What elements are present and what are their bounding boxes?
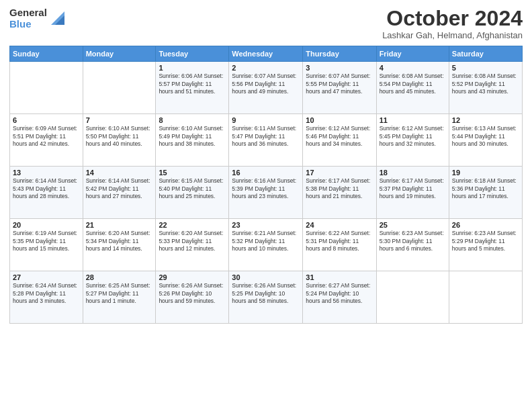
calendar-cell: 10Sunrise: 6:12 AM Sunset: 5:46 PM Dayli… [303,114,376,167]
day-number: 31 [306,273,373,281]
day-number: 7 [86,116,153,124]
calendar-cell [449,271,522,324]
day-info: Sunrise: 6:10 AM Sunset: 5:50 PM Dayligh… [86,125,153,148]
day-info: Sunrise: 6:07 AM Sunset: 5:55 PM Dayligh… [306,73,373,95]
weekday-header-row: SundayMondayTuesdayWednesdayThursdayFrid… [10,46,523,62]
calendar-cell: 13Sunrise: 6:14 AM Sunset: 5:43 PM Dayli… [10,167,83,219]
day-info: Sunrise: 6:23 AM Sunset: 5:30 PM Dayligh… [380,230,446,253]
calendar-cell: 5Sunrise: 6:08 AM Sunset: 5:52 PM Daylig… [449,62,522,114]
day-info: Sunrise: 6:27 AM Sunset: 5:24 PM Dayligh… [306,282,373,305]
day-info: Sunrise: 6:20 AM Sunset: 5:34 PM Dayligh… [86,230,153,253]
day-number: 14 [86,169,153,177]
day-info: Sunrise: 6:22 AM Sunset: 5:31 PM Dayligh… [306,230,373,253]
day-info: Sunrise: 6:18 AM Sunset: 5:36 PM Dayligh… [452,177,519,200]
day-number: 13 [13,169,80,177]
calendar-cell: 26Sunrise: 6:23 AM Sunset: 5:29 PM Dayli… [449,219,522,271]
calendar-cell: 11Sunrise: 6:12 AM Sunset: 5:45 PM Dayli… [376,114,449,167]
calendar-cell: 15Sunrise: 6:15 AM Sunset: 5:40 PM Dayli… [156,167,229,219]
day-info: Sunrise: 6:16 AM Sunset: 5:39 PM Dayligh… [232,177,300,200]
calendar-cell: 3Sunrise: 6:07 AM Sunset: 5:55 PM Daylig… [303,62,376,114]
logo-icon [48,9,67,28]
calendar-cell: 12Sunrise: 6:13 AM Sunset: 5:44 PM Dayli… [449,114,522,167]
calendar-cell [83,62,156,114]
day-info: Sunrise: 6:14 AM Sunset: 5:42 PM Dayligh… [86,177,153,200]
day-number: 27 [13,273,80,281]
day-number: 26 [452,221,519,229]
day-info: Sunrise: 6:17 AM Sunset: 5:38 PM Dayligh… [306,177,373,200]
day-number: 20 [13,221,80,229]
calendar-cell: 17Sunrise: 6:17 AM Sunset: 5:38 PM Dayli… [303,167,376,219]
calendar-cell: 30Sunrise: 6:26 AM Sunset: 5:25 PM Dayli… [229,271,303,324]
day-info: Sunrise: 6:11 AM Sunset: 5:47 PM Dayligh… [232,125,300,148]
calendar-cell: 19Sunrise: 6:18 AM Sunset: 5:36 PM Dayli… [449,167,522,219]
calendar-week-row: 6Sunrise: 6:09 AM Sunset: 5:51 PM Daylig… [10,114,523,167]
day-number: 30 [232,273,300,281]
day-number: 29 [159,273,226,281]
day-info: Sunrise: 6:13 AM Sunset: 5:44 PM Dayligh… [452,125,519,148]
day-number: 21 [86,221,153,229]
day-info: Sunrise: 6:17 AM Sunset: 5:37 PM Dayligh… [380,177,446,200]
day-info: Sunrise: 6:14 AM Sunset: 5:43 PM Dayligh… [13,177,80,200]
day-number: 24 [306,221,373,229]
day-info: Sunrise: 6:24 AM Sunset: 5:28 PM Dayligh… [13,282,80,305]
calendar-cell [10,62,83,114]
day-number: 16 [232,169,300,177]
month-title: October 2024 [382,7,523,30]
calendar-cell: 7Sunrise: 6:10 AM Sunset: 5:50 PM Daylig… [83,114,156,167]
location-subtitle: Lashkar Gah, Helmand, Afghanistan [382,30,523,40]
day-info: Sunrise: 6:15 AM Sunset: 5:40 PM Dayligh… [159,177,226,200]
day-info: Sunrise: 6:12 AM Sunset: 5:45 PM Dayligh… [380,125,446,148]
day-number: 15 [159,169,226,177]
day-info: Sunrise: 6:08 AM Sunset: 5:54 PM Dayligh… [380,73,446,95]
weekday-header-thursday: Thursday [303,46,376,62]
day-info: Sunrise: 6:20 AM Sunset: 5:33 PM Dayligh… [159,230,226,253]
day-number: 18 [380,169,446,177]
day-number: 3 [306,64,373,72]
calendar-cell: 25Sunrise: 6:23 AM Sunset: 5:30 PM Dayli… [376,219,449,271]
calendar-cell: 29Sunrise: 6:26 AM Sunset: 5:26 PM Dayli… [156,271,229,324]
calendar-cell: 22Sunrise: 6:20 AM Sunset: 5:33 PM Dayli… [156,219,229,271]
day-info: Sunrise: 6:26 AM Sunset: 5:26 PM Dayligh… [159,282,226,305]
calendar-cell: 16Sunrise: 6:16 AM Sunset: 5:39 PM Dayli… [229,167,303,219]
day-number: 1 [159,64,226,72]
weekday-header-friday: Friday [376,46,449,62]
calendar-cell: 31Sunrise: 6:27 AM Sunset: 5:24 PM Dayli… [303,271,376,324]
weekday-header-wednesday: Wednesday [229,46,303,62]
calendar-cell: 27Sunrise: 6:24 AM Sunset: 5:28 PM Dayli… [10,271,83,324]
calendar-cell: 21Sunrise: 6:20 AM Sunset: 5:34 PM Dayli… [83,219,156,271]
day-number: 23 [232,221,300,229]
day-number: 25 [380,221,446,229]
day-info: Sunrise: 6:10 AM Sunset: 5:49 PM Dayligh… [159,125,226,148]
day-number: 12 [452,116,519,124]
logo: General Blue [9,7,67,30]
day-info: Sunrise: 6:21 AM Sunset: 5:32 PM Dayligh… [232,230,300,253]
calendar-cell: 4Sunrise: 6:08 AM Sunset: 5:54 PM Daylig… [376,62,449,114]
day-info: Sunrise: 6:08 AM Sunset: 5:52 PM Dayligh… [452,73,519,95]
day-number: 5 [452,64,519,72]
day-number: 19 [452,169,519,177]
day-number: 10 [306,116,373,124]
calendar-page: General Blue October 2024 Lashkar Gah, H… [0,0,532,411]
calendar-cell: 6Sunrise: 6:09 AM Sunset: 5:51 PM Daylig… [10,114,83,167]
title-block: October 2024 Lashkar Gah, Helmand, Afgha… [382,7,523,40]
calendar-cell [376,271,449,324]
day-number: 17 [306,169,373,177]
day-info: Sunrise: 6:07 AM Sunset: 5:56 PM Dayligh… [232,73,300,95]
header: General Blue October 2024 Lashkar Gah, H… [9,7,523,40]
day-number: 4 [380,64,446,72]
day-number: 8 [159,116,226,124]
day-info: Sunrise: 6:26 AM Sunset: 5:25 PM Dayligh… [232,282,300,305]
calendar-cell: 9Sunrise: 6:11 AM Sunset: 5:47 PM Daylig… [229,114,303,167]
day-info: Sunrise: 6:06 AM Sunset: 5:57 PM Dayligh… [159,73,226,95]
day-info: Sunrise: 6:23 AM Sunset: 5:29 PM Dayligh… [452,230,519,253]
day-info: Sunrise: 6:25 AM Sunset: 5:27 PM Dayligh… [86,282,153,305]
logo-line2: Blue [9,18,47,30]
calendar-week-row: 13Sunrise: 6:14 AM Sunset: 5:43 PM Dayli… [10,167,523,219]
calendar-cell: 8Sunrise: 6:10 AM Sunset: 5:49 PM Daylig… [156,114,229,167]
calendar-cell: 23Sunrise: 6:21 AM Sunset: 5:32 PM Dayli… [229,219,303,271]
day-number: 11 [380,116,446,124]
weekday-header-monday: Monday [83,46,156,62]
weekday-header-sunday: Sunday [10,46,83,62]
calendar-week-row: 27Sunrise: 6:24 AM Sunset: 5:28 PM Dayli… [10,271,523,324]
calendar-cell: 28Sunrise: 6:25 AM Sunset: 5:27 PM Dayli… [83,271,156,324]
